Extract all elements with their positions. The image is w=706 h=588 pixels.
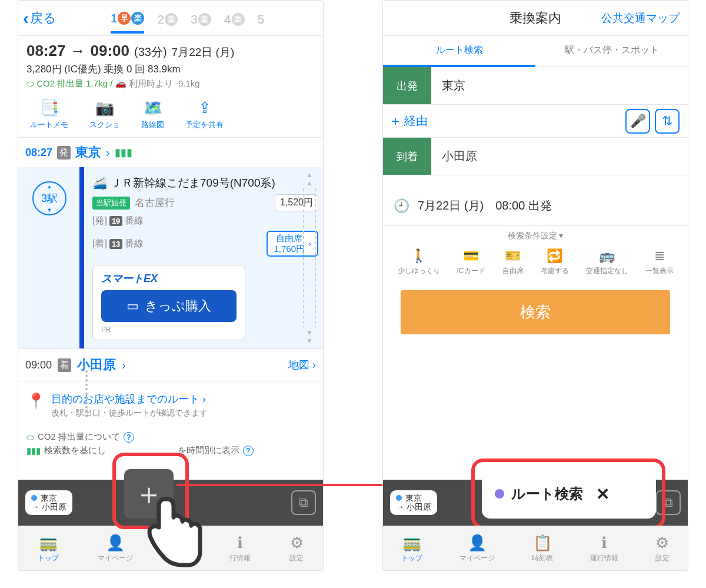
segment-dep-header: 08:27 発 東京 › ▮▮▮ (18, 138, 323, 167)
cond-commuter[interactable]: 🔁考慮する (541, 248, 569, 276)
back-button[interactable]: ‹ 戻る (23, 8, 56, 28)
dot-icon (396, 495, 402, 501)
camera-icon: 📷 (95, 99, 114, 117)
via-row: + 経由 🎤 ⇅ (383, 105, 688, 138)
destination-route-link[interactable]: 📍 目的のお店や施設までのルート › 改札・駅出口・徒歩ルートが確認できます (18, 381, 323, 424)
arr-badge: 着 (58, 358, 71, 372)
action-routemap[interactable]: 🗺️路線図 (141, 99, 164, 130)
seg-dep-time: 08:27 (25, 147, 52, 159)
nav-mypage[interactable]: 👤マイページ (459, 534, 495, 563)
nav-mypage[interactable]: 👤マイページ (98, 534, 133, 563)
plus-icon: + (391, 113, 399, 129)
buy-ticket-button[interactable]: ▭ きっぷ購入 (101, 290, 237, 322)
help-icon[interactable]: ? (124, 432, 134, 443)
chevron-right-icon: › (312, 359, 316, 371)
bottom-nav: 🚃トップ 👤マイページ 📋時刻表 ℹ︎運行情報 ⚙︎設定 (383, 526, 688, 570)
arrival-row[interactable]: 到着 小田原 (383, 138, 688, 175)
tab-route-search[interactable]: ルート検索 (383, 36, 535, 67)
nav-bar: 乗換案内 公共交通マップ (383, 1, 688, 36)
new-search-chip[interactable]: ルート検索 ✕ (482, 469, 656, 519)
train-icon: 🚄 (92, 176, 107, 190)
back-label: 戻る (30, 9, 56, 27)
dep-label: 出発 (383, 67, 431, 104)
chevron-right-icon: › (202, 393, 206, 405)
action-share[interactable]: ⇪予定を共有 (185, 99, 224, 130)
route-tab-3[interactable]: 3 楽 (191, 3, 211, 34)
nav-timetable[interactable]: 📋時刻表 (532, 534, 553, 563)
route-tab-1[interactable]: 1 早 楽 (111, 3, 145, 34)
line-bar (79, 167, 84, 348)
nav-status[interactable]: ℹ︎運行情報 (590, 534, 618, 563)
badge-easy-icon: 楽 (131, 12, 144, 25)
chevron-left-icon: ‹ (23, 8, 29, 28)
voice-input-button[interactable]: 🎤 (625, 109, 650, 134)
search-button[interactable]: 検索 (401, 290, 670, 334)
nav-status[interactable]: ℹ︎行情報 (229, 534, 251, 563)
route-tab-5[interactable]: 5 (258, 3, 265, 34)
departure-row[interactable]: 出発 東京 (383, 67, 688, 105)
dot-icon (31, 495, 37, 501)
swap-button[interactable]: ⇅ (655, 109, 680, 134)
car-icon: 🚗 (115, 78, 126, 88)
segment-arr-row: 09:00 着 小田原 › 地図 › (18, 348, 323, 381)
route-chip[interactable]: 東京 → 小田原 (25, 490, 72, 516)
cond-walk[interactable]: 🚶少しゆっくり (398, 248, 440, 276)
ticket-icon: ▭ (126, 298, 139, 314)
via-link[interactable]: 経由 (404, 113, 428, 129)
help-icon[interactable]: ? (243, 446, 254, 456)
nav-bar: ‹ 戻る 1 早 楽 2 楽 3 楽 4 楽 5 (18, 1, 323, 36)
datetime-row[interactable]: 🕘 7月22日 (月) 08:00 出発 (383, 186, 688, 226)
scroll-indicator[interactable]: ▲▲ ▼▼ (299, 171, 319, 345)
summary: 08:27 → 09:00 (33分) 7月22日 (月) 3,280円 (IC… (18, 36, 323, 93)
chevron-right-icon: › (106, 146, 110, 160)
share-icon: ⇪ (198, 99, 211, 117)
nav-settings[interactable]: ⚙︎設定 (289, 534, 304, 563)
page-title: 乗換案内 (509, 9, 561, 27)
map-icon: 🗺️ (144, 99, 162, 117)
cond-transport[interactable]: 🚌交通指定なし (586, 248, 628, 276)
action-screenshot[interactable]: 📷スクショ (89, 99, 120, 130)
tabs-overview-button[interactable]: ⧉ (291, 490, 316, 515)
co2-row: ⬭ CO2 排出量 1.7kg / 🚗 利用時より -9.1kg (26, 78, 315, 89)
arr-station[interactable]: 小田原 (77, 356, 116, 374)
arr-time-val: 09:00 (25, 359, 52, 371)
route-chip[interactable]: 東京 → 小田原 (390, 490, 437, 516)
segment-body: 3駅 🚄 ＪＲ新幹線こだま709号(N700系) 当駅始発 名古屋行 1,520… (18, 167, 323, 348)
pointer-hand-icon (141, 493, 206, 570)
dotted-connector (85, 370, 88, 417)
dep-station[interactable]: 東京 (75, 144, 101, 161)
dep-badge: 発 (57, 146, 71, 160)
stops-toggle[interactable]: 3駅 (32, 181, 66, 215)
dot-icon (495, 489, 504, 499)
date: 7月22日 (月) (172, 45, 235, 60)
crowd-icon: ▮▮▮ (26, 446, 41, 456)
close-icon[interactable]: ✕ (596, 484, 610, 504)
action-bar: 📑ルートメモ 📷スクショ 🗺️路線図 ⇪予定を共有 (18, 93, 323, 138)
map-link[interactable]: 地図 › (288, 358, 316, 372)
action-routememo[interactable]: 📑ルートメモ (30, 99, 68, 130)
fare-line: 3,280円 (IC優先) 乗換 0 回 83.9km (26, 62, 315, 76)
cond-listview[interactable]: ≣一覧表示 (645, 248, 674, 276)
route-tab-2[interactable]: 2 楽 (157, 3, 178, 34)
arr-value: 小田原 (431, 148, 477, 164)
conditions-link[interactable]: 検索条件設定 ▾ (383, 226, 688, 246)
cond-seat[interactable]: 🎫自由席 (502, 248, 524, 276)
nav-top[interactable]: 🚃トップ (38, 534, 59, 563)
smartex-logo: スマートEX (101, 271, 237, 285)
pin-icon: 📍 (26, 392, 45, 410)
nav-settings[interactable]: ⚙︎設定 (655, 534, 670, 563)
chevron-right-icon: › (122, 358, 126, 372)
crowd-icon[interactable]: ▮▮▮ (115, 146, 132, 159)
route-tab-4[interactable]: 4 楽 (224, 3, 245, 34)
leaf-icon: ⬭ (26, 78, 34, 88)
nav-top[interactable]: 🚃トップ (401, 534, 422, 563)
transit-map-link[interactable]: 公共交通マップ (601, 11, 680, 26)
arr-label: 到着 (383, 138, 431, 175)
memo-icon: 📑 (40, 99, 59, 117)
clock-icon: 🕘 (394, 198, 409, 214)
cond-ic[interactable]: 💳ICカード (457, 248, 485, 276)
smartex-card: スマートEX ▭ きっぷ購入 PR (92, 265, 245, 340)
tab-station-spot[interactable]: 駅・バス停・スポット (535, 36, 688, 67)
badge-fast-icon: 早 (118, 12, 131, 25)
conditions-row: 🚶少しゆっくり 💳ICカード 🎫自由席 🔁考慮する 🚌交通指定なし ≣一覧表示 (383, 246, 688, 287)
